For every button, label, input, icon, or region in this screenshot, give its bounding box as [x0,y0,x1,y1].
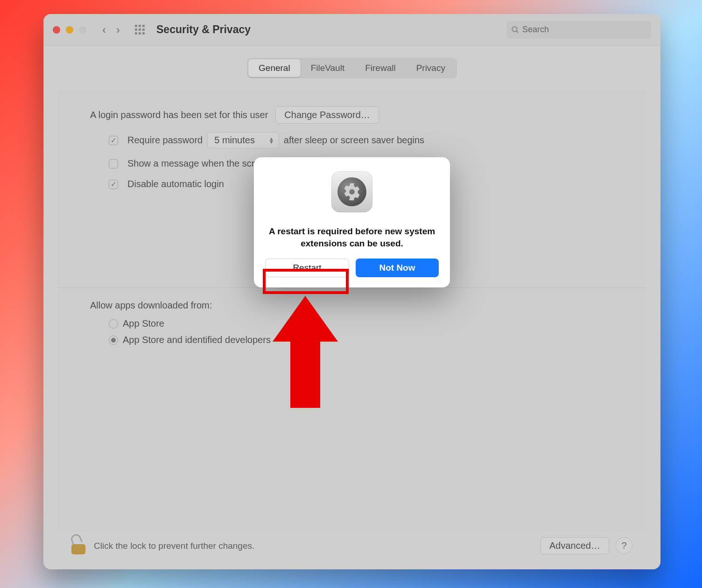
show-all-icon[interactable] [135,25,145,35]
footer: Click the lock to prevent further change… [57,532,646,563]
toolbar: ‹ › Security & Privacy [43,14,660,46]
annotation-highlight-box [263,269,349,294]
segmented-control: General FileVault Firewall Privacy [247,58,457,78]
lock-text: Click the lock to prevent further change… [94,541,254,551]
general-pane: A login password has been set for this u… [57,91,646,532]
window-controls [53,26,86,34]
forward-button[interactable]: › [113,25,123,35]
search-field[interactable] [506,21,651,39]
not-now-button[interactable]: Not Now [356,259,439,277]
radio-identified-label: App Store and identified developers [123,335,271,345]
restart-dialog: A restart is required before new system … [254,157,450,287]
nav-buttons: ‹ › [99,25,123,35]
radio-identified-developers[interactable] [109,336,118,345]
search-icon [511,26,519,34]
require-password-pre: Require password [127,135,203,146]
show-message-checkbox[interactable] [109,159,118,168]
divider [57,287,646,288]
chevron-updown-icon: ▲▼ [269,137,274,144]
tab-privacy[interactable]: Privacy [406,59,456,77]
preferences-window: ‹ › Security & Privacy General FileVault… [43,14,660,569]
annotation-arrow-icon [273,296,338,408]
password-set-text: A login password has been set for this u… [90,110,268,120]
minimize-window-button[interactable] [66,26,73,34]
advanced-button[interactable]: Advanced… [541,537,609,554]
dialog-message: A restart is required before new system … [265,225,439,249]
help-button[interactable]: ? [616,537,632,554]
svg-marker-2 [273,296,338,408]
content: General FileVault Firewall Privacy A log… [43,46,660,569]
require-delay-dropdown[interactable]: 5 minutes ▲▼ [207,132,279,148]
tabs: General FileVault Firewall Privacy [57,58,646,78]
require-password-checkbox[interactable] [109,136,118,145]
require-password-post: after sleep or screen saver begins [284,135,424,146]
allow-apps-heading: Allow apps downloaded from: [90,300,212,311]
change-password-button[interactable]: Change Password… [275,106,379,124]
zoom-window-button[interactable] [79,26,86,34]
window-title: Security & Privacy [156,23,251,36]
svg-point-0 [512,27,517,32]
disable-autologin-checkbox[interactable] [109,180,118,189]
tab-filevault[interactable]: FileVault [301,59,355,77]
disable-autologin-label: Disable automatic login [127,179,224,189]
search-input[interactable] [522,25,646,35]
require-delay-value: 5 minutes [214,135,255,146]
system-preferences-icon [331,171,372,212]
tab-firewall[interactable]: Firewall [355,59,406,77]
svg-line-1 [516,31,518,33]
radio-app-store[interactable] [109,319,118,329]
lock-icon[interactable] [71,538,85,554]
back-button[interactable]: ‹ [99,25,109,35]
radio-app-store-label: App Store [123,318,164,329]
close-window-button[interactable] [53,26,60,34]
tab-general[interactable]: General [248,59,301,77]
